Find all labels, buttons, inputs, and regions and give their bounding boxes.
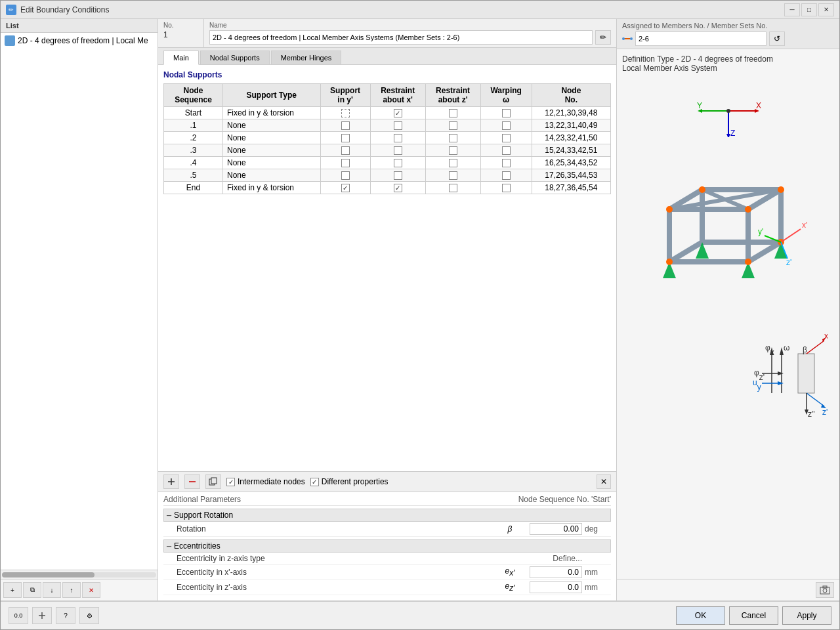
minimize-button[interactable]: ─ <box>784 3 800 16</box>
y-4[interactable] <box>320 157 370 169</box>
list-item[interactable]: 2D - 4 degrees of freedom | Local Me <box>1 33 158 49</box>
view-button[interactable] <box>32 607 52 624</box>
checkbox-w-4[interactable] <box>502 159 511 167</box>
eccentricities-header[interactable]: ─ Eccentricities <box>163 539 611 553</box>
rz-4[interactable] <box>425 157 480 169</box>
checkbox-w-3[interactable] <box>502 146 511 155</box>
checkbox-rx-2[interactable] <box>394 134 402 142</box>
checkbox-rz-5[interactable] <box>449 171 457 180</box>
rx-start[interactable] <box>370 107 425 119</box>
intermediate-nodes-cb[interactable] <box>226 478 235 486</box>
checkbox-w-end[interactable] <box>502 184 511 192</box>
delete-button[interactable]: ✕ <box>82 582 100 598</box>
ecc-z-value[interactable] <box>530 581 582 593</box>
maximize-button[interactable]: □ <box>801 3 817 16</box>
rz-2[interactable] <box>425 132 480 144</box>
w-4[interactable] <box>480 157 532 169</box>
checkbox-rx-start[interactable] <box>394 109 402 117</box>
y-start[interactable] <box>320 107 370 119</box>
ecc-x-symbol: ex' <box>490 566 530 578</box>
checkbox-rz-4[interactable] <box>449 159 457 167</box>
checkbox-y-end[interactable] <box>341 184 350 192</box>
tab-nodal-supports[interactable]: Nodal Supports <box>200 51 270 64</box>
ecc-x-value[interactable] <box>530 566 582 578</box>
rx-3[interactable] <box>370 144 425 157</box>
checkbox-y-1[interactable] <box>341 121 350 130</box>
col-header-w: Warpingω <box>480 84 532 107</box>
add-row-button[interactable] <box>163 474 179 489</box>
screenshot-button[interactable] <box>816 582 834 598</box>
checkbox-w-2[interactable] <box>502 134 511 142</box>
different-properties-cb[interactable] <box>310 478 319 486</box>
duplicate-button[interactable]: ⧉ <box>23 582 41 598</box>
tab-main[interactable]: Main <box>163 51 199 65</box>
coordinates-button[interactable]: 0.0 <box>9 607 28 624</box>
y-1[interactable] <box>320 119 370 132</box>
y-3[interactable] <box>320 144 370 157</box>
collapse-icon: ─ <box>167 512 171 519</box>
checkbox-rx-end[interactable] <box>394 184 402 192</box>
w-5[interactable] <box>480 169 532 182</box>
settings-button[interactable]: ⚙ <box>79 607 99 624</box>
w-3[interactable] <box>480 144 532 157</box>
rz-3[interactable] <box>425 144 480 157</box>
ok-button[interactable]: OK <box>676 606 725 625</box>
assigned-input[interactable] <box>635 32 766 46</box>
y-5[interactable] <box>320 169 370 182</box>
checkbox-rx-4[interactable] <box>394 159 402 167</box>
support-rotation-section: ─ Support Rotation Rotation β deg <box>163 509 611 537</box>
assigned-edit-button[interactable]: ↺ <box>769 32 785 46</box>
checkbox-rx-5[interactable] <box>394 171 402 180</box>
w-1[interactable] <box>480 119 532 132</box>
rz-start[interactable] <box>425 107 480 119</box>
cancel-button[interactable]: Cancel <box>729 606 778 625</box>
checkbox-y-3[interactable] <box>341 146 350 155</box>
add-item-button[interactable]: + <box>3 582 22 598</box>
export-button[interactable]: ↑ <box>62 582 81 598</box>
intermediate-nodes-checkbox[interactable]: Intermediate nodes <box>226 477 305 486</box>
y-end[interactable] <box>320 182 370 194</box>
rx-1[interactable] <box>370 119 425 132</box>
checkbox-rz-2[interactable] <box>449 134 457 142</box>
rx-4[interactable] <box>370 157 425 169</box>
checkbox-y-5[interactable] <box>341 171 350 180</box>
rz-end[interactable] <box>425 182 480 194</box>
checkbox-rx-1[interactable] <box>394 121 402 130</box>
svg-line-58 <box>807 341 824 354</box>
rx-end[interactable] <box>370 182 425 194</box>
apply-button[interactable]: Apply <box>782 606 831 625</box>
rz-5[interactable] <box>425 169 480 182</box>
tab-member-hinges[interactable]: Member Hinges <box>271 51 342 64</box>
checkbox-w-1[interactable] <box>502 121 511 130</box>
rotation-value[interactable] <box>530 523 582 535</box>
support-rotation-header[interactable]: ─ Support Rotation <box>163 509 611 522</box>
w-2[interactable] <box>480 132 532 144</box>
toolbar-close-button[interactable]: ✕ <box>597 474 611 489</box>
close-button[interactable]: ✕ <box>818 3 834 16</box>
checkbox-y-start[interactable] <box>341 109 350 117</box>
checkbox-w-5[interactable] <box>502 171 511 180</box>
rx-2[interactable] <box>370 132 425 144</box>
w-start[interactable] <box>480 107 532 119</box>
checkbox-rz-1[interactable] <box>449 121 457 130</box>
w-end[interactable] <box>480 182 532 194</box>
checkbox-rz-start[interactable] <box>449 109 457 117</box>
horizontal-scrollbar[interactable] <box>1 570 158 579</box>
name-input[interactable] <box>209 30 593 45</box>
col-header-type: Support Type <box>222 84 320 107</box>
checkbox-y-4[interactable] <box>341 159 350 167</box>
checkbox-rx-3[interactable] <box>394 146 402 155</box>
checkbox-rz-end[interactable] <box>449 184 457 192</box>
rx-5[interactable] <box>370 169 425 182</box>
checkbox-rz-3[interactable] <box>449 146 457 155</box>
delete-row-button[interactable] <box>184 474 200 489</box>
checkbox-w-start[interactable] <box>502 109 511 117</box>
help-button[interactable]: ? <box>56 607 75 624</box>
copy-row-button[interactable] <box>205 474 221 489</box>
y-2[interactable] <box>320 132 370 144</box>
rz-1[interactable] <box>425 119 480 132</box>
import-button[interactable]: ↓ <box>43 582 61 598</box>
different-properties-checkbox[interactable]: Different properties <box>310 477 388 486</box>
edit-name-button[interactable]: ✏ <box>595 30 611 45</box>
checkbox-y-2[interactable] <box>341 134 350 142</box>
